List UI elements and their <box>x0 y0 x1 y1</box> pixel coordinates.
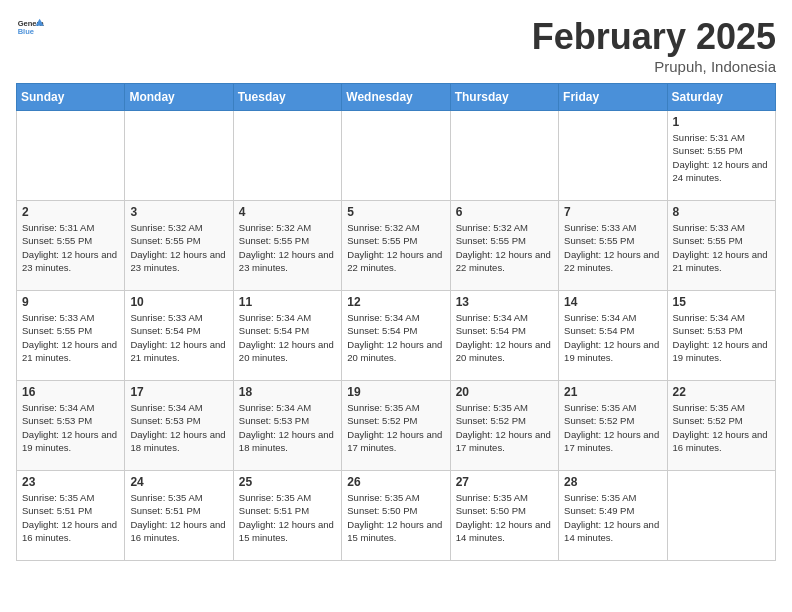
day-number: 3 <box>130 205 227 219</box>
day-number: 11 <box>239 295 336 309</box>
logo: General Blue <box>16 16 44 38</box>
calendar-week-row: 9Sunrise: 5:33 AMSunset: 5:55 PMDaylight… <box>17 291 776 381</box>
day-info: Sunrise: 5:35 AMSunset: 5:52 PMDaylight:… <box>456 401 553 454</box>
svg-text:Blue: Blue <box>18 27 34 36</box>
table-row: 13Sunrise: 5:34 AMSunset: 5:54 PMDayligh… <box>450 291 558 381</box>
calendar-week-row: 1Sunrise: 5:31 AMSunset: 5:55 PMDaylight… <box>17 111 776 201</box>
page-header: General Blue February 2025 Prupuh, Indon… <box>16 16 776 75</box>
logo-icon: General Blue <box>16 16 44 38</box>
day-info: Sunrise: 5:32 AMSunset: 5:55 PMDaylight:… <box>239 221 336 274</box>
table-row: 11Sunrise: 5:34 AMSunset: 5:54 PMDayligh… <box>233 291 341 381</box>
day-number: 23 <box>22 475 119 489</box>
location-subtitle: Prupuh, Indonesia <box>532 58 776 75</box>
day-number: 26 <box>347 475 444 489</box>
calendar-week-row: 16Sunrise: 5:34 AMSunset: 5:53 PMDayligh… <box>17 381 776 471</box>
month-title: February 2025 <box>532 16 776 58</box>
day-number: 19 <box>347 385 444 399</box>
day-info: Sunrise: 5:35 AMSunset: 5:52 PMDaylight:… <box>347 401 444 454</box>
table-row: 26Sunrise: 5:35 AMSunset: 5:50 PMDayligh… <box>342 471 450 561</box>
table-row: 2Sunrise: 5:31 AMSunset: 5:55 PMDaylight… <box>17 201 125 291</box>
day-info: Sunrise: 5:31 AMSunset: 5:55 PMDaylight:… <box>22 221 119 274</box>
day-number: 14 <box>564 295 661 309</box>
day-number: 17 <box>130 385 227 399</box>
table-row: 9Sunrise: 5:33 AMSunset: 5:55 PMDaylight… <box>17 291 125 381</box>
day-number: 2 <box>22 205 119 219</box>
day-info: Sunrise: 5:35 AMSunset: 5:51 PMDaylight:… <box>130 491 227 544</box>
table-row: 23Sunrise: 5:35 AMSunset: 5:51 PMDayligh… <box>17 471 125 561</box>
table-row: 10Sunrise: 5:33 AMSunset: 5:54 PMDayligh… <box>125 291 233 381</box>
title-block: February 2025 Prupuh, Indonesia <box>532 16 776 75</box>
table-row <box>125 111 233 201</box>
table-row: 8Sunrise: 5:33 AMSunset: 5:55 PMDaylight… <box>667 201 775 291</box>
table-row: 1Sunrise: 5:31 AMSunset: 5:55 PMDaylight… <box>667 111 775 201</box>
day-info: Sunrise: 5:34 AMSunset: 5:54 PMDaylight:… <box>239 311 336 364</box>
header-thursday: Thursday <box>450 84 558 111</box>
day-number: 21 <box>564 385 661 399</box>
table-row: 17Sunrise: 5:34 AMSunset: 5:53 PMDayligh… <box>125 381 233 471</box>
day-info: Sunrise: 5:32 AMSunset: 5:55 PMDaylight:… <box>456 221 553 274</box>
day-number: 16 <box>22 385 119 399</box>
table-row <box>233 111 341 201</box>
day-number: 13 <box>456 295 553 309</box>
table-row: 12Sunrise: 5:34 AMSunset: 5:54 PMDayligh… <box>342 291 450 381</box>
day-info: Sunrise: 5:34 AMSunset: 5:53 PMDaylight:… <box>673 311 770 364</box>
day-number: 15 <box>673 295 770 309</box>
header-monday: Monday <box>125 84 233 111</box>
day-number: 4 <box>239 205 336 219</box>
day-info: Sunrise: 5:35 AMSunset: 5:52 PMDaylight:… <box>564 401 661 454</box>
table-row: 18Sunrise: 5:34 AMSunset: 5:53 PMDayligh… <box>233 381 341 471</box>
day-info: Sunrise: 5:35 AMSunset: 5:51 PMDaylight:… <box>22 491 119 544</box>
header-saturday: Saturday <box>667 84 775 111</box>
day-number: 22 <box>673 385 770 399</box>
table-row <box>559 111 667 201</box>
day-info: Sunrise: 5:33 AMSunset: 5:55 PMDaylight:… <box>564 221 661 274</box>
table-row: 19Sunrise: 5:35 AMSunset: 5:52 PMDayligh… <box>342 381 450 471</box>
day-number: 10 <box>130 295 227 309</box>
table-row <box>17 111 125 201</box>
day-info: Sunrise: 5:32 AMSunset: 5:55 PMDaylight:… <box>347 221 444 274</box>
day-info: Sunrise: 5:34 AMSunset: 5:54 PMDaylight:… <box>347 311 444 364</box>
table-row: 27Sunrise: 5:35 AMSunset: 5:50 PMDayligh… <box>450 471 558 561</box>
day-info: Sunrise: 5:35 AMSunset: 5:52 PMDaylight:… <box>673 401 770 454</box>
weekday-header-row: Sunday Monday Tuesday Wednesday Thursday… <box>17 84 776 111</box>
day-info: Sunrise: 5:35 AMSunset: 5:50 PMDaylight:… <box>347 491 444 544</box>
table-row <box>342 111 450 201</box>
day-info: Sunrise: 5:33 AMSunset: 5:55 PMDaylight:… <box>22 311 119 364</box>
header-sunday: Sunday <box>17 84 125 111</box>
table-row: 6Sunrise: 5:32 AMSunset: 5:55 PMDaylight… <box>450 201 558 291</box>
day-number: 18 <box>239 385 336 399</box>
table-row: 5Sunrise: 5:32 AMSunset: 5:55 PMDaylight… <box>342 201 450 291</box>
day-info: Sunrise: 5:34 AMSunset: 5:54 PMDaylight:… <box>564 311 661 364</box>
day-number: 27 <box>456 475 553 489</box>
table-row: 3Sunrise: 5:32 AMSunset: 5:55 PMDaylight… <box>125 201 233 291</box>
day-info: Sunrise: 5:35 AMSunset: 5:51 PMDaylight:… <box>239 491 336 544</box>
day-number: 5 <box>347 205 444 219</box>
day-number: 28 <box>564 475 661 489</box>
table-row: 20Sunrise: 5:35 AMSunset: 5:52 PMDayligh… <box>450 381 558 471</box>
table-row: 25Sunrise: 5:35 AMSunset: 5:51 PMDayligh… <box>233 471 341 561</box>
header-tuesday: Tuesday <box>233 84 341 111</box>
day-info: Sunrise: 5:31 AMSunset: 5:55 PMDaylight:… <box>673 131 770 184</box>
table-row: 16Sunrise: 5:34 AMSunset: 5:53 PMDayligh… <box>17 381 125 471</box>
day-info: Sunrise: 5:34 AMSunset: 5:53 PMDaylight:… <box>130 401 227 454</box>
table-row: 7Sunrise: 5:33 AMSunset: 5:55 PMDaylight… <box>559 201 667 291</box>
table-row: 24Sunrise: 5:35 AMSunset: 5:51 PMDayligh… <box>125 471 233 561</box>
table-row: 22Sunrise: 5:35 AMSunset: 5:52 PMDayligh… <box>667 381 775 471</box>
day-info: Sunrise: 5:35 AMSunset: 5:49 PMDaylight:… <box>564 491 661 544</box>
day-number: 12 <box>347 295 444 309</box>
day-number: 6 <box>456 205 553 219</box>
day-number: 20 <box>456 385 553 399</box>
day-info: Sunrise: 5:34 AMSunset: 5:53 PMDaylight:… <box>239 401 336 454</box>
header-friday: Friday <box>559 84 667 111</box>
table-row: 14Sunrise: 5:34 AMSunset: 5:54 PMDayligh… <box>559 291 667 381</box>
calendar-week-row: 23Sunrise: 5:35 AMSunset: 5:51 PMDayligh… <box>17 471 776 561</box>
day-number: 9 <box>22 295 119 309</box>
day-info: Sunrise: 5:32 AMSunset: 5:55 PMDaylight:… <box>130 221 227 274</box>
table-row: 28Sunrise: 5:35 AMSunset: 5:49 PMDayligh… <box>559 471 667 561</box>
table-row: 15Sunrise: 5:34 AMSunset: 5:53 PMDayligh… <box>667 291 775 381</box>
day-info: Sunrise: 5:33 AMSunset: 5:55 PMDaylight:… <box>673 221 770 274</box>
day-number: 1 <box>673 115 770 129</box>
table-row: 21Sunrise: 5:35 AMSunset: 5:52 PMDayligh… <box>559 381 667 471</box>
calendar-table: Sunday Monday Tuesday Wednesday Thursday… <box>16 83 776 561</box>
header-wednesday: Wednesday <box>342 84 450 111</box>
